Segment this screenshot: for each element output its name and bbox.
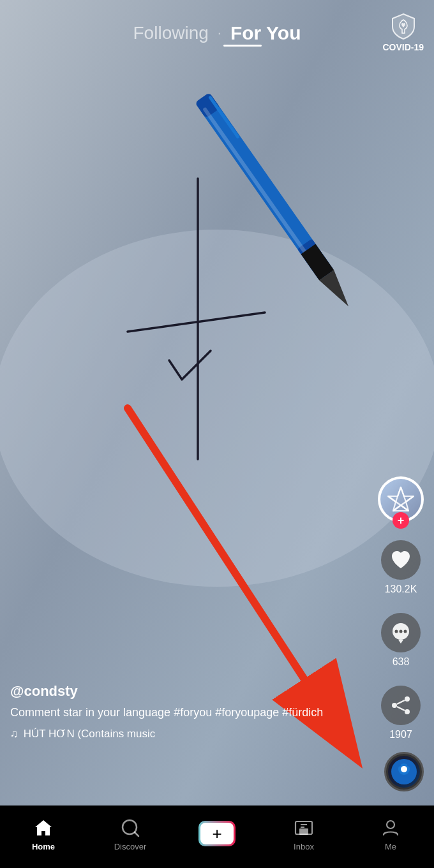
- svg-marker-34: [35, 820, 52, 835]
- inbox-icon: [292, 816, 315, 839]
- nav-item-home[interactable]: Home: [0, 816, 87, 851]
- svg-point-20: [395, 630, 398, 633]
- description: Comment star in your language #foryou #f…: [10, 705, 370, 721]
- inbox-label: Inbox: [294, 842, 314, 851]
- active-indicator: [223, 45, 262, 47]
- bottom-info: @condsty Comment star in your language #…: [10, 683, 370, 740]
- me-label: Me: [385, 842, 396, 851]
- nav-divider: ·: [218, 25, 221, 41]
- svg-rect-38: [299, 828, 308, 835]
- svg-line-36: [135, 832, 138, 836]
- svg-line-14: [401, 487, 406, 502]
- share-count: 1907: [389, 729, 412, 740]
- top-nav: Following · For You: [0, 0, 434, 53]
- svg-marker-23: [398, 640, 403, 644]
- svg-point-26: [392, 703, 397, 708]
- home-label: Home: [32, 842, 55, 851]
- nav-item-me[interactable]: Me: [347, 816, 434, 851]
- music-info[interactable]: ♫ HÚT HƠN (Contains music: [10, 727, 370, 740]
- svg-line-27: [397, 700, 405, 704]
- covid-shield-icon: [389, 11, 418, 41]
- right-sidebar: + 130.2K 638: [378, 476, 424, 740]
- avatar-container[interactable]: +: [378, 476, 424, 522]
- nav-item-discover[interactable]: Discover: [87, 816, 174, 851]
- svg-point-25: [405, 709, 410, 714]
- nav-item-inbox[interactable]: Inbox: [260, 816, 347, 851]
- music-note-icon: ♫: [10, 728, 19, 740]
- discover-icon: [119, 816, 142, 839]
- svg-point-22: [404, 630, 407, 633]
- svg-line-28: [397, 707, 405, 710]
- comment-action[interactable]: 638: [381, 613, 421, 668]
- svg-point-41: [387, 821, 394, 828]
- like-icon: [381, 540, 421, 580]
- for-you-tab[interactable]: For You: [230, 22, 301, 44]
- following-tab[interactable]: Following: [133, 23, 209, 43]
- svg-line-15: [396, 487, 401, 502]
- svg-point-31: [401, 766, 407, 772]
- follow-button[interactable]: +: [393, 512, 409, 529]
- plus-icon: +: [200, 823, 234, 844]
- covid-label: COVID-19: [382, 42, 424, 52]
- like-count: 130.2K: [385, 584, 417, 595]
- comment-count: 638: [393, 656, 410, 668]
- svg-point-21: [400, 630, 403, 633]
- username[interactable]: @condsty: [10, 683, 370, 700]
- music-disc: [384, 752, 424, 791]
- nav-item-create[interactable]: +: [174, 821, 260, 846]
- music-disc-container: [384, 752, 424, 791]
- bottom-nav: Home Discover + Inbox: [0, 805, 434, 868]
- svg-point-1: [0, 230, 434, 587]
- like-action[interactable]: 130.2K: [381, 540, 421, 595]
- music-disc-inner: [388, 756, 420, 788]
- home-icon: [32, 816, 55, 839]
- comment-icon: [381, 613, 421, 652]
- discover-label: Discover: [114, 842, 147, 851]
- covid-badge[interactable]: COVID-19: [382, 11, 424, 52]
- share-icon: [381, 686, 421, 725]
- share-action[interactable]: 1907: [381, 686, 421, 740]
- svg-point-24: [405, 696, 410, 702]
- me-icon: [379, 816, 402, 839]
- music-text: HÚT HƠN (Contains music: [24, 727, 156, 740]
- create-button[interactable]: +: [198, 821, 236, 846]
